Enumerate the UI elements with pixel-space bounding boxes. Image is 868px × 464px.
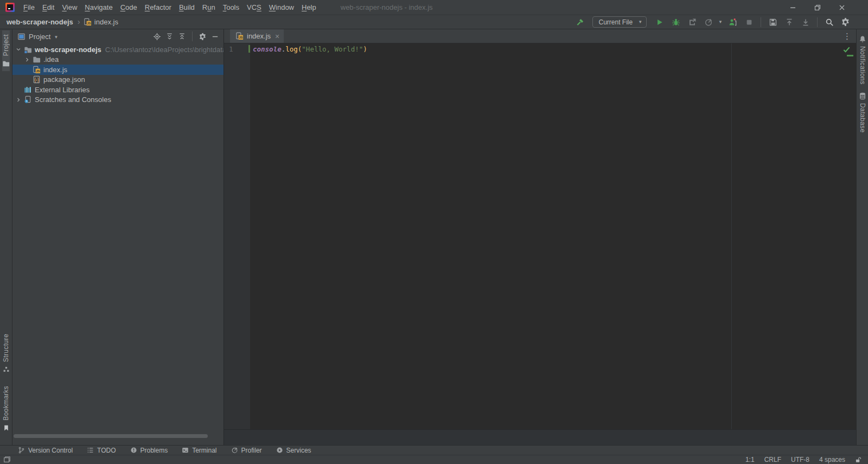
tool-window-button-terminal[interactable]: Terminal <box>182 447 216 454</box>
svg-text:{: { <box>34 77 36 82</box>
line-separator[interactable]: CRLF <box>764 456 781 463</box>
debug-button[interactable] <box>669 16 682 28</box>
minimize-button[interactable] <box>781 0 805 15</box>
horizontal-scrollbar[interactable] <box>14 434 208 438</box>
profiler-gauge-icon <box>231 447 238 454</box>
build-hammer-button[interactable] <box>573 16 586 28</box>
code-with-me-button[interactable] <box>726 16 739 28</box>
tool-window-button-problems[interactable]: Problems <box>130 447 168 454</box>
run-toolbar: Current File ▼ ▼ <box>573 16 868 28</box>
tree-item-project-root[interactable]: web-scraper-nodejs C:\Users\antoz\IdeaPr… <box>12 45 224 55</box>
scrollbar-clean-marker[interactable] <box>847 55 853 56</box>
arrow-up-to-bar-button[interactable] <box>783 16 795 28</box>
scratches-icon <box>23 96 32 104</box>
menu-bar: FileEditViewNavigateCodeRefactorBuildRun… <box>20 0 320 15</box>
arrow-down-to-bar-button[interactable] <box>799 16 812 28</box>
tree-item-indexjs[interactable]: JS index.js <box>12 65 224 75</box>
inspections-ok-icon[interactable] <box>843 46 851 54</box>
tool-window-label: Services <box>286 447 311 454</box>
chevron-down-icon[interactable]: ▼ <box>718 20 723 24</box>
write-access-lock-icon[interactable] <box>855 456 861 463</box>
run-with-coverage-button[interactable] <box>686 16 698 28</box>
menu-navigate[interactable]: Navigate <box>81 0 116 15</box>
menu-refactor[interactable]: Refactor <box>141 0 175 15</box>
bookmarks-tool-button[interactable]: Bookmarks <box>2 382 10 435</box>
tree-item-idea[interactable]: .idea <box>12 55 224 65</box>
menu-window[interactable]: Window <box>265 0 298 15</box>
structure-tool-label: Structure <box>2 334 10 362</box>
editor-tab-indexjs[interactable]: JS index.js × <box>230 29 284 43</box>
tree-item-label: Scratches and Consoles <box>35 96 111 104</box>
menu-vcs[interactable]: VCS <box>243 0 265 15</box>
right-tool-stripe: Notifications Database <box>856 29 868 445</box>
tool-window-button-todo[interactable]: TODO <box>87 447 116 454</box>
right-margin-guide <box>731 43 732 429</box>
chevron-collapsed-icon[interactable] <box>23 55 31 64</box>
menu-code[interactable]: Code <box>117 0 141 15</box>
bell-icon <box>859 35 866 43</box>
editor-zone: JS index.js × ⋮ 1 console.log("Hello, Wo… <box>224 29 856 445</box>
tree-item-packagejson[interactable]: {} package.json <box>12 75 224 85</box>
tab-close-icon[interactable]: × <box>275 33 279 40</box>
more-options-icon[interactable]: ⋮ <box>843 29 851 43</box>
tool-window-button-profiler[interactable]: Profiler <box>231 447 262 454</box>
svg-text:JS: JS <box>87 21 91 25</box>
code-token: log <box>285 45 298 53</box>
collapse-all-button[interactable] <box>178 33 186 41</box>
tree-item-external-libraries[interactable]: External Libraries <box>12 85 224 95</box>
expand-all-button[interactable] <box>165 33 174 41</box>
menu-edit[interactable]: Edit <box>39 0 58 15</box>
tool-window-toggle-icon[interactable] <box>3 456 11 463</box>
profiler-button[interactable] <box>702 16 714 28</box>
breadcrumb-project[interactable]: web-scraper-nodejs <box>7 18 73 26</box>
status-bar: 1:1 CRLF UTF-8 4 spaces <box>0 455 868 464</box>
menu-build[interactable]: Build <box>175 0 199 15</box>
search-everywhere-button[interactable] <box>823 16 835 28</box>
run-button[interactable] <box>653 16 666 28</box>
database-tool-label: Database <box>859 103 866 133</box>
database-tool-button[interactable]: Database <box>857 88 868 137</box>
bookmarks-tool-label: Bookmarks <box>2 386 10 421</box>
vcs-added-marker[interactable] <box>248 45 250 53</box>
caret-position[interactable]: 1:1 <box>745 456 755 463</box>
tool-window-button-version-control[interactable]: Version Control <box>18 447 73 454</box>
close-button[interactable] <box>829 0 854 15</box>
minimize-icon <box>789 3 797 12</box>
project-tool-button[interactable]: Project <box>2 30 10 71</box>
project-view-icon <box>17 33 25 41</box>
bookmark-icon <box>3 424 10 431</box>
file-encoding[interactable]: UTF-8 <box>791 456 809 463</box>
project-folder-icon <box>23 45 32 54</box>
hide-panel-button[interactable] <box>211 33 219 41</box>
code-line: console.log("Hello, World!") <box>253 45 367 53</box>
structure-tool-button[interactable]: Structure <box>2 330 10 377</box>
tree-item-label: .idea <box>43 55 59 63</box>
chevron-down-icon[interactable]: ▼ <box>54 35 58 40</box>
project-view-select[interactable]: Project <box>29 33 50 41</box>
locate-file-button[interactable] <box>153 33 161 41</box>
settings-button[interactable] <box>839 16 852 28</box>
tree-item-scratches[interactable]: Scratches and Consoles <box>12 95 224 105</box>
chevron-collapsed-icon[interactable] <box>14 96 23 104</box>
tree-item-label: index.js <box>43 66 67 74</box>
menu-tools[interactable]: Tools <box>219 0 243 15</box>
tool-window-label: TODO <box>97 447 116 454</box>
run-configuration-select[interactable]: Current File ▼ <box>592 16 647 28</box>
breadcrumb-file[interactable]: index.js <box>94 18 118 26</box>
chevron-expanded-icon[interactable] <box>14 45 23 54</box>
panel-options-gear-button[interactable] <box>199 33 207 41</box>
menu-view[interactable]: View <box>58 0 81 15</box>
tool-window-button-services[interactable]: Services <box>276 447 311 454</box>
save-all-button[interactable] <box>767 16 779 28</box>
code-editor[interactable]: 1 console.log("Hello, World!") <box>224 43 856 429</box>
menu-help[interactable]: Help <box>298 0 320 15</box>
indent-setting[interactable]: 4 spaces <box>819 456 845 463</box>
js-file-icon: JS <box>84 18 92 26</box>
profiler-gauge-icon <box>704 18 713 27</box>
menu-file[interactable]: File <box>20 0 39 15</box>
stop-button[interactable] <box>743 16 755 28</box>
notifications-tool-button[interactable]: Notifications <box>857 31 868 88</box>
menu-run[interactable]: Run <box>199 0 219 15</box>
restore-button[interactable] <box>805 0 829 15</box>
editor-gutter[interactable] <box>224 43 250 429</box>
